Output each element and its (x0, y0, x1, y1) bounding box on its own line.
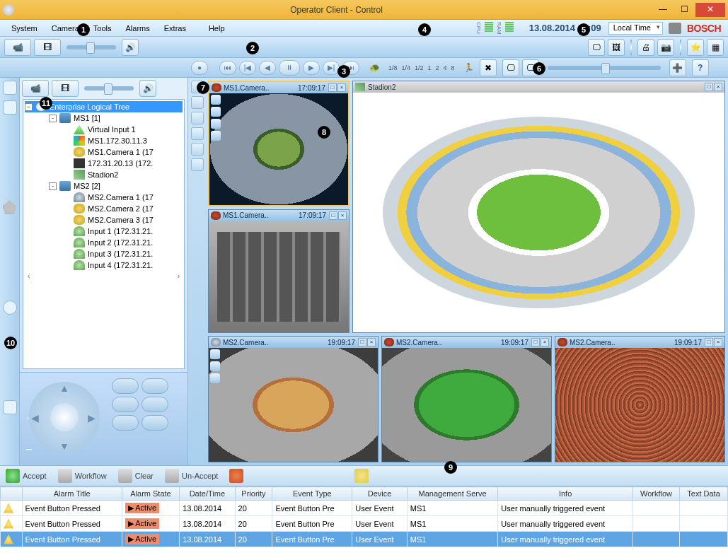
add-layout-button[interactable]: ➕ (669, 59, 686, 76)
rail-box-icon[interactable] (3, 100, 17, 115)
tree-item[interactable]: MS2.Camera 2 (17 (25, 203, 183, 214)
layout-button[interactable]: ▦ (707, 39, 724, 56)
skip-back-button[interactable]: ⏮ (219, 61, 236, 75)
live-mode-button[interactable]: 📹 (4, 39, 31, 56)
column-header[interactable]: Priority (235, 487, 272, 501)
column-header[interactable]: Workflow (632, 487, 679, 501)
cam5-max[interactable]: □ (531, 338, 540, 346)
column-header[interactable]: Alarm Title (22, 487, 122, 501)
rail-orb-icon[interactable] (3, 81, 17, 95)
map-close[interactable]: × (714, 83, 722, 91)
cam-side-2[interactable] (191, 96, 204, 109)
stadium-map[interactable] (383, 117, 695, 308)
ptz-down-icon[interactable]: ▼ (59, 441, 69, 450)
alarm-clear-button[interactable]: Clear (118, 469, 154, 483)
cam6-max[interactable]: □ (705, 338, 713, 346)
cam1-max[interactable]: □ (328, 83, 337, 92)
tree-item[interactable]: MS1.Camera 1 (17 (25, 146, 183, 158)
help-button[interactable]: ? (692, 59, 709, 76)
speaker-button[interactable]: 🔊 (122, 39, 139, 56)
snapshot-button[interactable]: 📷 (657, 39, 674, 56)
tree-item[interactable]: 172.31.20.13 (172. (25, 158, 183, 169)
camera-pane-5[interactable]: MS2.Camera..19:09:17□× (381, 336, 552, 462)
column-header[interactable]: Management Serve (407, 487, 497, 501)
cam-side-5[interactable] (191, 143, 204, 156)
cam6-close[interactable]: × (714, 338, 722, 346)
tree-item[interactable]: MS2.Camera 1 (17 (25, 192, 183, 203)
maximize-button[interactable]: ☐ (674, 3, 694, 17)
column-header[interactable]: Device (352, 487, 408, 501)
ptz-aux[interactable] (141, 415, 168, 431)
ptz-up-icon[interactable]: ▲ (59, 383, 69, 392)
delete-button[interactable]: ✖ (480, 59, 497, 76)
tree-item[interactable]: Input 4 (172.31.21. (25, 259, 183, 271)
rail-compass-icon[interactable] (3, 301, 17, 315)
cam3-max[interactable]: □ (329, 211, 337, 220)
alarm-document-button[interactable] (229, 469, 243, 483)
cam4-close[interactable]: × (367, 338, 376, 346)
cam-side-3[interactable] (191, 112, 204, 124)
column-header[interactable]: Info (498, 487, 633, 501)
map-max[interactable]: □ (705, 83, 713, 91)
ptz-dial[interactable]: ＋ ▲ ▼ ◀ ▶ − (25, 378, 103, 456)
rail-star-icon[interactable] (3, 200, 17, 214)
menu-help[interactable]: Help (202, 22, 232, 35)
cam-side-6[interactable] (191, 158, 204, 171)
tree-camera-button[interactable]: 📹 (22, 80, 49, 97)
rewind-button[interactable]: ◀ (259, 61, 276, 75)
expand-icon[interactable]: - (49, 115, 57, 122)
tree-item[interactable]: MS2.Camera 3 (17 (25, 214, 183, 226)
ptz-focus-near[interactable] (112, 378, 139, 394)
instant-playback-button[interactable]: 🖵 (588, 39, 605, 56)
tree-item[interactable]: -MS1 [1] (25, 112, 183, 124)
tree-item[interactable]: Input 2 (172.31.21. (25, 237, 183, 248)
ptz-right-icon[interactable]: ▶ (88, 412, 98, 422)
tree-item[interactable]: Input 3 (172.31.21. (25, 248, 183, 259)
cam4-max[interactable]: □ (358, 338, 366, 346)
minimize-button[interactable]: — (653, 3, 673, 17)
column-header[interactable]: Date/Time (180, 487, 235, 501)
print-icon[interactable] (669, 23, 681, 34)
ptz-preset[interactable] (112, 415, 139, 431)
alarm-workflow-button[interactable]: Workflow (58, 469, 107, 483)
rail-grid-icon[interactable] (3, 400, 17, 414)
tree-item[interactable]: Input 1 (172.31.21. (25, 226, 183, 237)
ptz-iris-close[interactable] (141, 397, 168, 412)
tree-item[interactable]: -MS2 [2] (25, 180, 183, 192)
expand-icon[interactable]: - (49, 182, 57, 190)
cam-side-4[interactable] (191, 127, 204, 140)
alarm-bell-button[interactable] (354, 469, 369, 483)
tree-item[interactable]: Stadion2 (25, 169, 183, 180)
zoom-slider[interactable] (548, 66, 661, 70)
alarm-row[interactable]: Event Button Pressed▶ Active13.08.201420… (1, 501, 728, 516)
playback-mode-button[interactable]: 🎞 (34, 39, 61, 56)
menu-extras[interactable]: Extras (157, 22, 193, 35)
cam3-close[interactable]: × (338, 211, 347, 220)
logical-tree[interactable]: − Enterprise Logical Tree -MS1 [1]Virtua… (23, 99, 185, 369)
ptz-iris-open[interactable] (112, 397, 139, 412)
pause-button[interactable]: ⏸ (279, 60, 300, 76)
favorites-button[interactable]: ⭐ (687, 39, 704, 56)
monitor1-button[interactable]: 🖵 (502, 59, 519, 76)
camera-pane-4[interactable]: MS2.Camera..19:09:17□× (208, 336, 379, 462)
map-pane[interactable]: Stadion2□× (352, 81, 725, 333)
menu-alarms[interactable]: Alarms (119, 22, 157, 35)
column-header[interactable]: Event Type (272, 487, 352, 501)
camera-pane-3[interactable]: MS1.Camera..17:09:17□× (208, 209, 349, 334)
tree-item[interactable]: Virtual Input 1 (25, 124, 183, 135)
camera-pane-1[interactable]: MS1.Camera..17:09:17□× (208, 81, 349, 206)
camera-pane-6[interactable]: MS2.Camera..19:09:17□× (555, 336, 725, 462)
ptz-focus-far[interactable] (141, 378, 168, 394)
tree-film-button[interactable]: 🎞 (52, 80, 79, 97)
reference-image-button[interactable]: 🖼 (608, 39, 625, 56)
alarm-row[interactable]: Event Button Pressed▶ Active13.08.201420… (1, 516, 728, 532)
column-header[interactable]: Text Data (680, 487, 728, 501)
tree-slider[interactable] (84, 86, 134, 91)
timezone-select[interactable]: Local Time (608, 22, 663, 35)
volume-slider[interactable] (67, 45, 116, 49)
alarm-unaccept-button[interactable]: Un-Accept (165, 469, 218, 483)
collapse-icon[interactable]: − (25, 103, 33, 111)
column-header[interactable] (1, 487, 23, 501)
alarm-accept-button[interactable]: Accept (6, 469, 47, 483)
ptz-left-icon[interactable]: ◀ (31, 412, 41, 422)
